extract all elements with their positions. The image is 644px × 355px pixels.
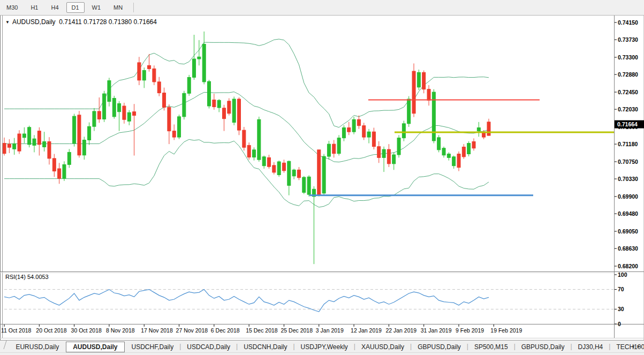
candle-body xyxy=(482,133,486,137)
candle-body xyxy=(223,108,226,119)
candle-body xyxy=(127,112,131,121)
candle-body xyxy=(392,155,396,164)
candle-body xyxy=(422,72,426,89)
price-axis-label: 0.69900 xyxy=(618,193,638,200)
candle-body xyxy=(13,143,16,149)
candle-body xyxy=(427,89,430,101)
candle-body xyxy=(238,99,241,130)
candle-body xyxy=(272,165,276,172)
timeframe-button-h1[interactable]: H1 xyxy=(25,2,43,13)
chart-background[interactable] xyxy=(0,15,644,340)
symbol-dropdown-icon[interactable]: ▼ xyxy=(5,20,10,25)
date-axis-label: 27 Nov 2018 xyxy=(176,327,208,334)
timeframe-button-h4[interactable]: H4 xyxy=(46,2,64,13)
date-axis-label: 31 Jan 2019 xyxy=(421,327,452,334)
candle-body xyxy=(462,147,465,156)
symbol-tab-usdcnh-daily[interactable]: USDCNH,Daily xyxy=(237,342,294,352)
symbol-tab-gbpusd-daily[interactable]: GBPUSD,Daily xyxy=(411,342,468,352)
candle-body xyxy=(277,162,281,175)
symbol-tab-xauusd-daily[interactable]: XAUUSD,Daily xyxy=(354,342,411,352)
candle-body xyxy=(217,100,221,108)
candle-body xyxy=(257,119,261,160)
symbol-tab-eurusd-daily[interactable]: EURUSD,Daily xyxy=(9,342,66,352)
candle-body xyxy=(452,157,456,166)
candle-body xyxy=(52,158,56,171)
candle-body xyxy=(307,177,310,194)
symbol-tab-usdjpy-weekly[interactable]: USDJPY,Weekly xyxy=(294,342,355,352)
candle-body xyxy=(412,71,415,114)
candle-body xyxy=(487,122,490,135)
tab-edge-stub xyxy=(0,341,7,349)
candle-body xyxy=(387,149,390,164)
candle-body xyxy=(142,70,146,80)
candle-body xyxy=(118,103,121,111)
tab-scroll-right-icon[interactable]: ▸ xyxy=(637,343,640,349)
candle-body xyxy=(187,77,191,93)
candle-body xyxy=(198,57,201,59)
price-axis-label: 0.68200 xyxy=(618,263,638,269)
timeframe-toolbar: M30H1H4D1W1MN xyxy=(0,0,644,16)
candle-body xyxy=(67,152,71,164)
date-axis-label: 17 Nov 2018 xyxy=(141,327,173,334)
candle-body xyxy=(362,126,366,137)
chart-ohlc-values: 0.71411 0.71728 0.71380 0.71664 xyxy=(59,18,157,26)
candle-body xyxy=(97,111,101,119)
candle-body xyxy=(168,107,171,131)
horizontal-scrollbar[interactable] xyxy=(0,352,644,355)
candle-body xyxy=(472,142,475,148)
candle-body xyxy=(88,126,91,140)
candle-body xyxy=(123,106,126,119)
candle-body xyxy=(372,132,375,147)
date-axis-label: 8 Nov 2018 xyxy=(106,327,135,334)
price-axis-label: 0.68630 xyxy=(618,245,638,252)
price-axis-label: 0.69480 xyxy=(618,210,638,217)
symbol-tab-gbpusd-daily[interactable]: GBPUSD,Daily xyxy=(514,342,572,352)
symbol-tab-sp500-m15[interactable]: SP500,M15 xyxy=(467,342,515,352)
candle-body xyxy=(73,116,76,143)
candle-body xyxy=(33,139,36,145)
timeframe-button-d1[interactable]: D1 xyxy=(66,2,85,13)
candle-body xyxy=(178,117,181,137)
candle-body xyxy=(193,59,196,77)
price-chart-canvas[interactable]: 0.741500.737300.733000.728800.724500.720… xyxy=(0,0,644,355)
symbol-tab-usdcad-daily[interactable]: USDCAD,Daily xyxy=(180,342,237,352)
candle-body xyxy=(467,143,471,154)
candle-body xyxy=(317,150,321,195)
candle-body xyxy=(337,138,340,154)
candle-body xyxy=(243,130,246,147)
candle-body xyxy=(148,65,151,69)
timeframe-button-m30[interactable]: M30 xyxy=(1,2,23,13)
mt4-window: M30H1H4D1W1MN 0.741500.737300.733000.728… xyxy=(0,0,644,355)
date-axis-label: 11 Oct 2018 xyxy=(1,327,32,334)
candle-body xyxy=(367,132,370,137)
date-axis-label: 12 Jan 2019 xyxy=(351,327,382,334)
candle-body xyxy=(297,170,300,178)
candle-body xyxy=(357,119,360,125)
symbol-tab-dj30-h4[interactable]: DJ30,H4 xyxy=(571,342,610,352)
candle-body xyxy=(48,142,51,158)
timeframe-button-mn[interactable]: MN xyxy=(108,2,128,13)
candle-body xyxy=(282,163,285,171)
chart-title: ▼AUDUSD,Daily 0.71411 0.71728 0.71380 0.… xyxy=(5,18,157,26)
symbol-tab-usdchf-daily[interactable]: USDCHF,Daily xyxy=(125,342,181,352)
candle-body xyxy=(287,161,291,185)
candle-body xyxy=(108,81,111,102)
candle-body xyxy=(37,131,41,145)
candle-body xyxy=(183,93,186,117)
timeframe-button-w1[interactable]: W1 xyxy=(87,2,107,13)
candle-body xyxy=(267,157,270,167)
price-axis-label: 0.72030 xyxy=(618,106,638,112)
price-axis-label: 0.74150 xyxy=(618,19,638,26)
tabbar-scroll-arrows: ◂▸ xyxy=(630,343,642,350)
symbol-tab-audusd-daily[interactable]: AUDUSD,Daily xyxy=(66,342,124,352)
candle-body xyxy=(347,128,351,132)
price-axis-label: 0.69050 xyxy=(618,228,638,235)
candle-body xyxy=(7,144,11,147)
tab-scroll-left-icon[interactable]: ◂ xyxy=(631,343,634,349)
candle-body xyxy=(232,99,236,123)
candle-body xyxy=(437,138,441,150)
candle-body xyxy=(213,100,216,107)
candle-body xyxy=(332,144,336,154)
candle-body xyxy=(58,169,61,178)
date-axis-label: 15 Dec 2018 xyxy=(246,327,278,334)
